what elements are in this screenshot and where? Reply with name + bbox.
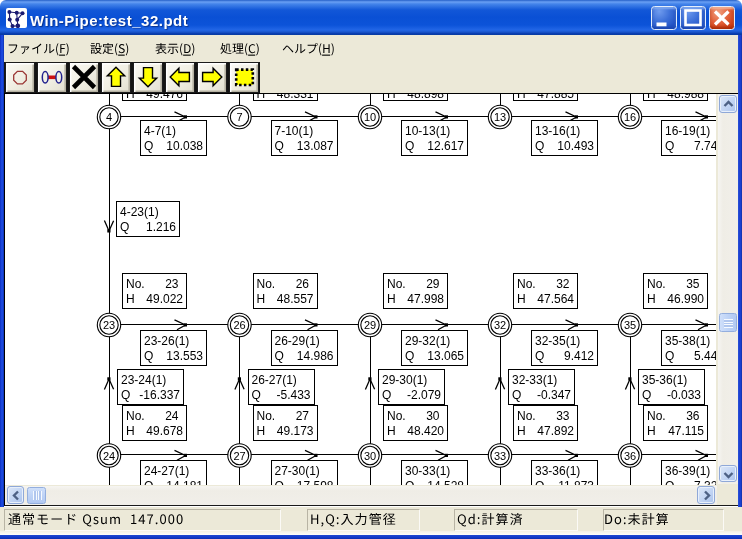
svg-text:30: 30: [364, 449, 376, 461]
svg-text:23: 23: [103, 319, 115, 331]
svg-text:10: 10: [364, 111, 376, 123]
svg-text:4: 4: [106, 111, 112, 123]
svg-text:7: 7: [236, 111, 242, 123]
svg-text:33: 33: [494, 449, 506, 461]
svg-text:36: 36: [624, 449, 636, 461]
svg-text:35: 35: [624, 319, 636, 331]
svg-text:29: 29: [364, 319, 376, 331]
svg-text:27: 27: [233, 449, 245, 461]
svg-text:16: 16: [624, 111, 636, 123]
svg-text:26: 26: [233, 319, 245, 331]
svg-text:24: 24: [103, 449, 115, 461]
svg-text:32: 32: [494, 319, 506, 331]
svg-text:13: 13: [494, 111, 506, 123]
